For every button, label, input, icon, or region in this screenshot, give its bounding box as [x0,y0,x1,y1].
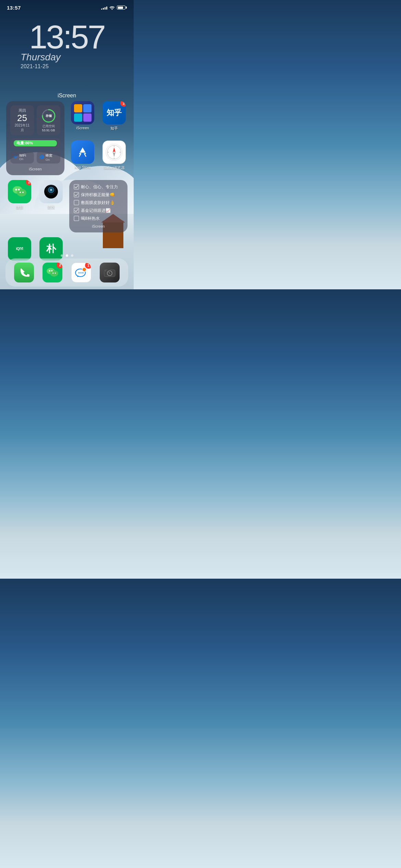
note-item-4: 喝8杯热水 [74,216,123,221]
dock-chat-icon[interactable]: 1 [71,263,91,282]
pupu-app-icon[interactable]: 朴 [39,237,63,261]
dock-chat[interactable]: 1 [71,263,91,282]
dock-wechat-svg [46,267,59,278]
app-wechat-label: 微信 [16,205,23,210]
note-item-3: 基金记得跟进📈 [74,208,123,214]
zhihu-text: 知乎 [107,108,122,118]
dock: 2 1 [5,258,128,287]
phone-svg [19,267,29,278]
note-text-4: 喝8杯热水 [81,216,100,221]
iscreen-app-icon[interactable] [71,101,94,124]
svg-point-42 [83,268,86,271]
clock-section: 13:57 Thursday 2021-11-25 [0,21,134,70]
safari-svg [105,143,123,161]
app-wechat[interactable]: 2 微信 [6,180,33,232]
signal-bar-4 [106,7,107,10]
svg-point-36 [49,270,50,272]
check-icon-2 [74,200,79,205]
battery-icon [117,5,127,10]
svg-point-19 [20,192,21,193]
battery-bar-text: 电量:86% [16,141,33,146]
note-text-2: 敷面膜皮肤好好👌 [81,200,115,206]
wechat-svg [12,185,27,198]
svg-point-39 [55,273,56,274]
widget-wifi-row: WiFi On 蜂窝 On [10,151,60,164]
svg-point-20 [22,192,24,193]
tile-orange [74,104,82,112]
safari-app-icon[interactable] [102,141,126,164]
check-icon-1 [74,192,79,197]
cellular-box-icon [39,155,44,160]
widget-date-num: 25 [13,113,31,123]
storage-label: 存储 [46,114,52,118]
app-findmy[interactable]: 查找 [38,180,64,232]
date-text: 2021-11-25 [0,63,134,70]
wifi-box-label: WiFi On [19,154,26,161]
notes-widget[interactable]: 耐心、信心、专注力 保持积极正能量👊 敷面膜皮肤好好👌 [69,180,127,232]
note-text-1: 保持积极正能量👊 [81,192,115,198]
appstore-app-icon[interactable] [71,141,94,164]
widget-battery-row: 电量:86% [10,138,60,148]
storage-title: 存储 [46,114,52,118]
svg-point-45 [82,272,83,273]
dock-chat-badge: 1 [85,263,91,269]
widget-top-row: 周四 25 2021年11月 存储 [10,105,60,135]
storage-used-label: 已用空间 53.91 GB [42,124,55,132]
app-zhihu-label: 知乎 [110,126,118,131]
battery-body [117,5,125,10]
iscreen-widget[interactable]: 周四 25 2021年11月 存储 [6,101,64,175]
note-text-3: 基金记得跟进📈 [81,208,111,214]
page-dots [0,254,134,257]
dock-phone[interactable] [14,263,34,282]
note-item-1: 保持积极正能量👊 [74,192,123,198]
page-dot-1[interactable] [66,254,68,257]
svg-point-52 [105,270,106,272]
app-appstore[interactable]: App Store [69,141,96,175]
note-item-0: 耐心、信心、专注力 [74,184,123,190]
big-clock: 13:57 [0,21,134,53]
dock-wechat-badge: 2 [57,263,62,268]
dock-camera-icon[interactable] [100,263,120,282]
widget-date-box: 周四 25 2021年11月 [10,105,34,135]
zhihu-badge: 2 [120,101,126,107]
wifi-box-icon [13,155,18,160]
status-time: 13:57 [7,5,21,11]
widget-cellular-box: 蜂窝 On [37,151,60,164]
tile-purple [83,113,92,122]
storage-circle: 存储 [41,108,56,123]
widget-storage-box: 存储 已用空间 53.91 GB [37,105,60,135]
app-iscreen-label: iScreen [76,126,89,130]
wifi-icon [109,5,115,10]
page-dot-0[interactable] [61,254,63,257]
svg-point-43 [78,272,80,273]
dock-phone-icon[interactable] [14,263,34,282]
signal-bar-3 [105,7,106,10]
tile-cyan [74,113,82,122]
iqiyi-app-icon[interactable]: iQIYI [8,237,31,261]
signal-bars-icon [101,5,107,10]
signal-bar-2 [103,8,104,10]
zhihu-app-icon[interactable]: 知乎 2 [102,101,126,124]
app-safari[interactable]: Safari浏览器 [101,141,127,175]
widget-date-month: 2021年11月 [13,123,31,133]
app-iscreen[interactable]: iScreen [69,101,96,136]
app-safari-label: Safari浏览器 [104,165,125,170]
dock-wechat[interactable]: 2 [42,263,62,282]
findmy-app-icon[interactable] [39,180,63,203]
app-row-2: 2 微信 查找 [5,180,128,232]
svg-point-53 [109,272,110,273]
status-bar: 13:57 [0,0,134,15]
app-zhihu[interactable]: 知乎 2 知乎 [101,101,127,136]
svg-point-44 [80,272,81,273]
dock-wechat-icon[interactable]: 2 [42,263,62,282]
iqiyi-text: iQIYI [15,246,24,251]
wechat-badge: 2 [26,180,31,185]
wechat-app-icon[interactable]: 2 [8,180,31,203]
dock-camera-svg [104,268,116,277]
dock-camera[interactable] [100,263,120,282]
battery-fill [118,7,123,9]
svg-rect-33 [74,216,79,221]
page-dot-2[interactable] [71,254,73,257]
svg-rect-31 [74,200,79,205]
widget-section-label: iScreen [0,93,134,99]
